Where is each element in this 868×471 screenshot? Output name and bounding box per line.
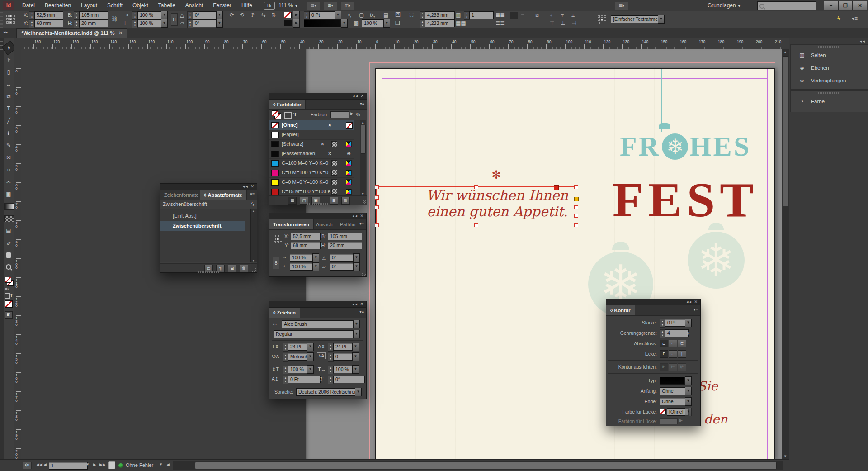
swatch-row[interactable]: [Passermarken]⊕✕ bbox=[269, 149, 354, 159]
scroll-up-icon[interactable]: ▲ bbox=[361, 121, 364, 124]
publish-button[interactable]: ▦▾ bbox=[615, 2, 628, 10]
page-dropdown-icon[interactable]: ▼ bbox=[86, 462, 90, 466]
ruler-guide-cyan-1[interactable] bbox=[476, 69, 476, 459]
scale-y-dropdown[interactable]: ▼ bbox=[161, 19, 168, 28]
panel-grip[interactable] bbox=[198, 271, 219, 273]
text-wrap-icon[interactable]: 回 bbox=[395, 11, 401, 19]
workspace-switcher[interactable]: Grundlagen ▼ bbox=[708, 0, 741, 12]
minimize-button[interactable]: – bbox=[824, 1, 838, 10]
ende-dropdown[interactable]: ▼ bbox=[685, 397, 692, 406]
align-right-icon[interactable]: ⫠ bbox=[571, 11, 575, 19]
control-bar-grip[interactable] bbox=[0, 11, 3, 28]
tab-absatzformate[interactable]: ◊ Absatzformate bbox=[200, 190, 247, 200]
search-input[interactable] bbox=[757, 1, 816, 10]
view-options-button[interactable]: ▤▾ bbox=[307, 2, 320, 10]
width-field[interactable]: 105 mm bbox=[328, 233, 362, 240]
horizontal-scale-dropdown[interactable]: ▼ bbox=[352, 365, 359, 374]
apply-none-button[interactable] bbox=[5, 300, 13, 308]
scissors-tool[interactable]: ✂ bbox=[4, 177, 13, 187]
style-row[interactable]: [Einf. Abs.] bbox=[160, 211, 245, 221]
panel-menu-icon[interactable]: ▾≡ bbox=[250, 192, 255, 196]
content-collector-tool[interactable]: ⧉ bbox=[4, 91, 13, 101]
menu-item-fenster[interactable]: Fenster bbox=[208, 0, 236, 11]
previous-page-button[interactable]: ◀ bbox=[43, 462, 47, 467]
sprache-field[interactable]: Deutsch: 2006 Rechtschreibr... bbox=[296, 388, 358, 396]
object-style-proxy[interactable] bbox=[598, 15, 606, 24]
effects-object-icon[interactable]: ▢ bbox=[359, 11, 364, 19]
next-page-button[interactable]: ▶ bbox=[93, 462, 96, 467]
menu-item-tabelle[interactable]: Tabelle bbox=[153, 0, 180, 11]
font-style-dropdown[interactable]: ▼ bbox=[353, 330, 360, 338]
cap-projecting-button[interactable]: ⊑ bbox=[678, 340, 686, 347]
farbton-field[interactable] bbox=[330, 111, 349, 118]
tab-close-icon[interactable]: ✕ bbox=[118, 29, 123, 38]
rotation-dropdown[interactable]: ▼ bbox=[216, 11, 223, 19]
flip-horizontal-icon[interactable]: ⇆ bbox=[261, 11, 266, 19]
panel-resize-handle[interactable] bbox=[252, 268, 256, 272]
staerke-dropdown[interactable]: ▼ bbox=[685, 319, 692, 327]
menu-item-bearbeiten[interactable]: Bearbeiten bbox=[40, 0, 76, 11]
close-icon[interactable]: ✕ bbox=[250, 184, 255, 189]
farbton-slider-icon[interactable]: ▶ bbox=[350, 111, 354, 116]
collapse-icon[interactable]: ◂◂ bbox=[352, 302, 358, 306]
stroke-weight-dropdown[interactable]: ▼ bbox=[335, 11, 341, 19]
drop-shadow-icon[interactable]: ❏ bbox=[395, 19, 400, 27]
new-style-button[interactable]: ⊞ bbox=[228, 265, 236, 272]
leading-dropdown[interactable]: ▼ bbox=[352, 343, 359, 351]
scroll-down-icon[interactable]: ▼ bbox=[783, 454, 787, 458]
object-style-field[interactable]: [Einfacher Textrahmen] bbox=[611, 15, 660, 23]
gehrung-field[interactable]: 4 bbox=[665, 329, 689, 337]
kerning-dropdown[interactable]: ▼ bbox=[307, 352, 314, 361]
close-icon[interactable]: ✕ bbox=[360, 94, 365, 98]
swatch-row[interactable]: [Schwarz]✕ bbox=[269, 139, 354, 149]
shear-dropdown[interactable]: ▼ bbox=[353, 262, 360, 271]
tracking-dropdown[interactable]: ▼ bbox=[352, 352, 359, 361]
font-search-icon[interactable]: ⌕▾ bbox=[273, 321, 277, 327]
swap-fill-stroke-icon[interactable]: ⇄▪ bbox=[5, 287, 9, 291]
y-field[interactable]: 68 mm bbox=[291, 242, 321, 249]
style-scrollbar[interactable]: ▲ ▼ bbox=[250, 209, 257, 262]
cap-round-button[interactable]: ⊂ bbox=[669, 340, 677, 347]
skew-field[interactable]: 0° bbox=[333, 376, 365, 383]
gap-color-swatch[interactable] bbox=[660, 409, 666, 414]
menu-item-layout[interactable]: Layout bbox=[76, 0, 102, 11]
pen-tool[interactable]: ✒ bbox=[4, 128, 14, 138]
distribute-bottom-icon[interactable]: ⊣ bbox=[571, 19, 576, 27]
link-scale-icon[interactable]: 8 bbox=[171, 13, 178, 26]
quick-apply-icon[interactable]: ϟ bbox=[837, 14, 840, 23]
panel-menu-icon[interactable]: ▾≡ bbox=[360, 101, 364, 106]
opacity-dropdown[interactable]: ▼ bbox=[383, 19, 390, 28]
fill-color-swatch[interactable] bbox=[284, 20, 292, 26]
menu-item-ansicht[interactable]: Ansicht bbox=[180, 0, 208, 11]
distribute-top-icon[interactable]: ⊤ bbox=[550, 19, 554, 27]
swatch-row[interactable]: C=0 M=100 Y=0 K=0 bbox=[269, 168, 354, 178]
rotate-ccw-icon[interactable]: ⟲ bbox=[240, 11, 244, 19]
rectangle-frame-tool[interactable]: ⊠ bbox=[4, 152, 13, 162]
tab-transformieren[interactable]: Transformieren bbox=[269, 219, 314, 229]
direct-selection-tool[interactable]: ➤ bbox=[2, 53, 15, 66]
first-page-button[interactable]: ◀◀ bbox=[36, 462, 42, 467]
anfang-dropdown[interactable]: ▼ bbox=[685, 387, 692, 395]
cap-butt-button[interactable]: ⊏ bbox=[660, 340, 668, 347]
align-stroke-inside-button[interactable]: ⊨ bbox=[669, 363, 677, 371]
free-transform-tool[interactable]: ▣ bbox=[4, 189, 13, 199]
scale-x-dropdown[interactable]: ▼ bbox=[312, 253, 319, 262]
vertical-ruler[interactable]: 0102030405060708090100110120130140150160… bbox=[14, 49, 21, 459]
space-icon[interactable]: ═ bbox=[521, 19, 525, 27]
x-field[interactable]: 52,5 mm bbox=[291, 233, 321, 240]
stroke-color-swatch[interactable] bbox=[284, 12, 292, 18]
constrain-proportions-icon[interactable]: ⛓ bbox=[112, 15, 117, 23]
page-tool[interactable]: ▯ bbox=[4, 67, 13, 77]
spacing-icon[interactable]: ≡ bbox=[521, 11, 524, 19]
horizontal-scrollbar[interactable] bbox=[173, 461, 783, 470]
gap-tool[interactable]: ↔ bbox=[4, 79, 13, 89]
panel-menu-icon[interactable]: ▾≡ bbox=[359, 309, 364, 314]
baseline-shift-field[interactable]: 0 Pt bbox=[288, 376, 321, 383]
restore-button[interactable]: ❐ bbox=[838, 1, 853, 10]
menu-item-datei[interactable]: Datei bbox=[17, 0, 40, 11]
type-tool[interactable]: T bbox=[4, 104, 13, 114]
stroke-type-dropdown[interactable]: ▼ bbox=[685, 376, 692, 385]
align-center-icon[interactable]: ⫟ bbox=[561, 11, 564, 19]
fill-swatch[interactable] bbox=[5, 277, 11, 283]
eyedropper-tool[interactable]: ✐ bbox=[4, 238, 13, 248]
